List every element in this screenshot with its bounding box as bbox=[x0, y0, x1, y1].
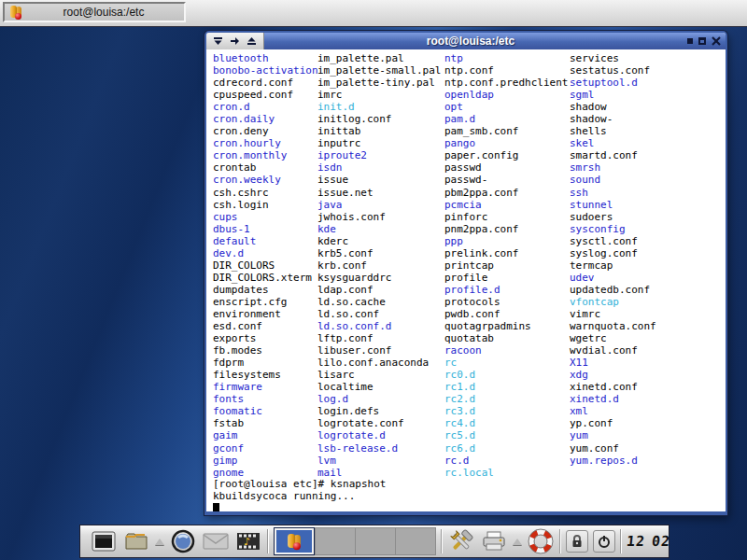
close-icon[interactable] bbox=[712, 36, 721, 46]
web-browser-globe-icon[interactable] bbox=[169, 527, 197, 555]
eject-icon[interactable] bbox=[247, 36, 257, 46]
file-entry: foomatic bbox=[213, 405, 318, 417]
file-entry: lilo.conf.anaconda bbox=[317, 357, 441, 369]
file-entry: wvdial.conf bbox=[570, 344, 656, 357]
taskbar-window-label: root@louisa:/etc bbox=[23, 6, 184, 19]
konsole-task-icon bbox=[286, 533, 303, 550]
titlebar-left-tab bbox=[206, 33, 264, 49]
file-entry: enscript.cfg bbox=[213, 296, 318, 308]
file-entry: pam_smb.conf bbox=[444, 125, 568, 137]
taskbar-window-button[interactable]: root@louisa:/etc bbox=[3, 2, 186, 22]
file-entry: syslog.conf bbox=[570, 247, 656, 259]
svg-text:♪: ♪ bbox=[244, 536, 250, 548]
file-entry: ksysguarddrc bbox=[317, 272, 441, 284]
file-entry: vimrc bbox=[570, 308, 656, 320]
file-entry: opt bbox=[444, 101, 568, 113]
file-entry: paper.config bbox=[444, 149, 568, 161]
file-entry: dev.d bbox=[213, 247, 318, 259]
minimize-icon[interactable] bbox=[687, 38, 693, 44]
tools-settings-icon[interactable] bbox=[447, 527, 475, 555]
file-entry: cron.monthly bbox=[213, 149, 318, 161]
file-entry: filesystems bbox=[213, 369, 318, 381]
maximize-icon[interactable] bbox=[698, 37, 706, 45]
file-entry: smartd.conf bbox=[570, 149, 656, 161]
file-entry: firmware bbox=[213, 381, 318, 393]
printer-icon[interactable] bbox=[480, 527, 508, 555]
file-entry: fdprm bbox=[213, 357, 318, 369]
file-entry: services bbox=[570, 52, 656, 64]
file-entry: yum.conf bbox=[570, 442, 656, 455]
file-entry: ldap.conf bbox=[317, 284, 441, 296]
file-entry: ld.so.cache bbox=[317, 296, 441, 308]
konsole-app-icon bbox=[8, 5, 23, 20]
shade-icon[interactable] bbox=[213, 36, 223, 46]
file-entry: gconf bbox=[213, 442, 318, 455]
file-entry: protocols bbox=[444, 296, 568, 308]
top-taskbar: root@louisa:/etc bbox=[0, 0, 747, 27]
file-entry: cdrecord.conf bbox=[213, 77, 318, 89]
file-entry: profile bbox=[444, 272, 568, 284]
file-entry: bluetooth bbox=[213, 52, 318, 64]
file-entry: warnquota.conf bbox=[570, 320, 656, 332]
file-entry: issue bbox=[317, 174, 441, 186]
file-list-column-3: ntpntp.confntp.conf.predhclientopenldapo… bbox=[444, 52, 568, 479]
lock-screen-button[interactable] bbox=[566, 530, 588, 553]
panel-up-arrow-icon[interactable] bbox=[155, 539, 164, 545]
file-entry: issue.net bbox=[317, 187, 441, 199]
multimedia-film-icon[interactable]: ♪ bbox=[234, 527, 262, 555]
file-entry: ppp bbox=[444, 235, 568, 247]
terminal-launcher-icon[interactable] bbox=[90, 527, 118, 555]
file-entry: printcap bbox=[444, 259, 568, 272]
file-entry: logrotate.conf bbox=[317, 417, 441, 429]
file-entry: cron.deny bbox=[213, 125, 318, 137]
file-entry: isdn bbox=[317, 161, 441, 174]
taskbar-active-task[interactable] bbox=[274, 527, 315, 555]
file-entry: xdg bbox=[570, 369, 656, 381]
titlebar-buttons bbox=[687, 33, 721, 49]
file-entry: DIR_COLORS bbox=[213, 259, 318, 272]
file-entry: sysctl.conf bbox=[570, 235, 656, 247]
file-entry: jwhois.conf bbox=[317, 211, 441, 223]
file-entry: environment bbox=[213, 308, 318, 320]
file-entry: rc3.d bbox=[444, 405, 568, 417]
file-entry: xinetd.d bbox=[570, 393, 656, 405]
file-entry: pnm2ppa.conf bbox=[444, 223, 568, 235]
file-entry: fonts bbox=[213, 393, 318, 405]
file-entry: shadow bbox=[570, 101, 656, 113]
file-entry: udev bbox=[570, 272, 656, 284]
file-entry: ld.so.conf.d bbox=[317, 320, 441, 332]
file-entry: rc0.d bbox=[444, 369, 568, 381]
help-lifering-icon[interactable] bbox=[527, 527, 555, 555]
terminal-content[interactable]: bluetoothbonobo-activationcdrecord.confc… bbox=[206, 49, 726, 511]
file-entry: profile.d bbox=[444, 284, 568, 296]
file-entry: fb.modes bbox=[213, 344, 318, 357]
file-entry: java bbox=[317, 199, 441, 211]
panel-up-arrow-icon[interactable] bbox=[513, 539, 522, 545]
file-entry: login.defs bbox=[317, 405, 441, 417]
file-entry: quotatab bbox=[444, 332, 568, 344]
file-entry: imrc bbox=[317, 89, 441, 101]
file-entry: cron.weekly bbox=[213, 174, 318, 186]
desktop-background[interactable]: root@louisa:/etc root@louisa:/etc bbox=[0, 0, 747, 560]
mail-envelope-icon[interactable] bbox=[202, 527, 230, 555]
power-logout-button[interactable] bbox=[593, 530, 615, 553]
file-entry: sgml bbox=[570, 89, 656, 101]
panel-clock[interactable]: 12 02 bbox=[626, 533, 671, 550]
stick-icon[interactable] bbox=[230, 36, 240, 46]
file-entry: im_palette.pal bbox=[317, 52, 441, 64]
file-entry: default bbox=[213, 235, 318, 247]
file-entry: setuptool.d bbox=[570, 77, 656, 89]
titlebar[interactable]: root@louisa:/etc bbox=[206, 33, 726, 49]
file-entry: pam.d bbox=[444, 113, 568, 125]
file-entry: sound bbox=[570, 174, 656, 186]
file-manager-folder-icon[interactable] bbox=[122, 527, 150, 555]
file-entry: csh.login bbox=[213, 199, 318, 211]
file-entry: dbus-1 bbox=[213, 223, 318, 235]
taskbar-empty-slot bbox=[315, 527, 356, 555]
file-entry: inittab bbox=[317, 125, 441, 137]
file-entry: quotagrpadmins bbox=[444, 320, 568, 332]
file-entry: pinforc bbox=[444, 211, 568, 223]
file-entry: stunnel bbox=[570, 199, 656, 211]
file-entry: libuser.conf bbox=[317, 344, 441, 357]
file-entry: rc4.d bbox=[444, 417, 568, 429]
